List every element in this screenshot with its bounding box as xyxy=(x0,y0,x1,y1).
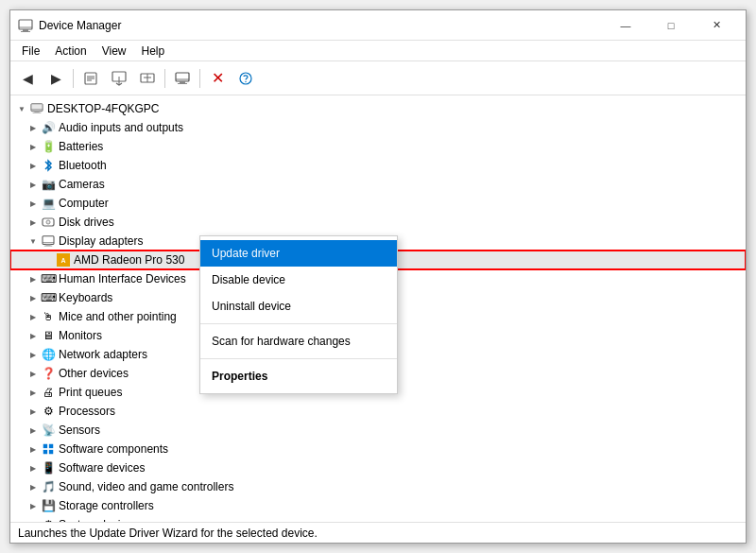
cameras-expand[interactable] xyxy=(26,177,41,192)
tree-item-audio[interactable]: 🔊 Audio inputs and outputs xyxy=(10,118,746,137)
computer-label: Computer xyxy=(59,197,109,210)
root-expand-icon[interactable] xyxy=(14,101,29,116)
back-button[interactable]: ◀ xyxy=(14,65,41,92)
sysdev-label: System devices xyxy=(59,518,138,522)
sysdev-expand[interactable] xyxy=(26,517,41,522)
tree-item-sensors[interactable]: 📡 Sensors xyxy=(10,421,746,440)
toolbar: ◀ ▶ xyxy=(10,61,746,95)
computer-expand[interactable] xyxy=(26,196,41,211)
ctx-update-driver[interactable]: Update driver xyxy=(200,240,397,267)
cameras-label: Cameras xyxy=(59,178,105,191)
amd-icon: A xyxy=(56,252,71,268)
update-driver-button[interactable] xyxy=(106,65,132,92)
sensors-label: Sensors xyxy=(59,423,100,437)
print-label: Print queues xyxy=(59,386,122,399)
ctx-uninstall-device[interactable]: Uninstall device xyxy=(200,293,397,320)
bluetooth-label: Bluetooth xyxy=(59,159,107,172)
disk-label: Disk drives xyxy=(59,216,114,229)
menu-action[interactable]: Action xyxy=(47,43,94,60)
swdev-expand[interactable] xyxy=(26,460,41,475)
svg-rect-22 xyxy=(33,112,42,113)
print-expand[interactable] xyxy=(26,385,41,400)
svg-rect-33 xyxy=(49,450,53,454)
disk-icon xyxy=(41,215,56,230)
status-text: Launches the Update Driver Wizard for th… xyxy=(18,527,318,540)
window-title: Device Manager xyxy=(39,19,604,32)
sound-label: Sound, video and game controllers xyxy=(59,480,233,493)
root-label: DESKTOP-4FQKGPC xyxy=(47,102,159,115)
disk-expand[interactable] xyxy=(26,215,41,230)
tree-item-cameras[interactable]: 📷 Cameras xyxy=(10,175,746,194)
toolbar-separator-1 xyxy=(73,69,74,88)
bluetooth-expand[interactable] xyxy=(26,158,41,173)
properties-button[interactable] xyxy=(77,65,104,92)
scan-button[interactable] xyxy=(134,65,161,92)
tree-item-computer[interactable]: 💻 Computer xyxy=(10,194,746,213)
tree-item-batteries[interactable]: 🔋 Batteries xyxy=(10,137,746,156)
menu-view[interactable]: View xyxy=(94,43,134,60)
svg-rect-29 xyxy=(44,246,53,247)
print-icon: 🖨 xyxy=(41,385,56,400)
svg-rect-1 xyxy=(23,29,28,31)
network-label: Network adapters xyxy=(59,348,147,361)
sound-expand[interactable] xyxy=(26,479,41,494)
keyboards-icon: ⌨ xyxy=(41,290,56,305)
svg-rect-30 xyxy=(43,444,47,448)
keyboards-expand[interactable] xyxy=(26,290,41,305)
close-button[interactable]: ✕ xyxy=(695,10,738,41)
network-icon: 🌐 xyxy=(41,347,56,362)
menu-file[interactable]: File xyxy=(14,43,47,60)
mice-icon: 🖱 xyxy=(41,309,56,324)
svg-point-25 xyxy=(48,222,49,223)
processors-label: Processors xyxy=(59,405,115,418)
computer-icon xyxy=(29,101,44,116)
audio-expand[interactable] xyxy=(26,120,41,135)
network-expand[interactable] xyxy=(26,347,41,362)
remove-button[interactable]: ✕ xyxy=(204,65,231,92)
mice-expand[interactable] xyxy=(26,309,41,324)
svg-rect-15 xyxy=(180,81,185,83)
svg-rect-13 xyxy=(176,73,189,81)
display-expand[interactable] xyxy=(26,233,41,249)
tree-item-disk[interactable]: Disk drives xyxy=(10,213,746,232)
other-expand[interactable] xyxy=(26,366,41,381)
sensors-icon: 📡 xyxy=(41,423,56,438)
tree-item-swcomp[interactable]: Software components xyxy=(10,440,746,458)
toolbar-separator-3 xyxy=(199,69,200,88)
tree-root[interactable]: DESKTOP-4FQKGPC xyxy=(10,99,746,118)
title-bar: Device Manager — □ ✕ xyxy=(10,10,746,41)
computer-tree-icon: 💻 xyxy=(41,196,56,211)
swcomp-icon xyxy=(41,441,56,457)
forward-button[interactable]: ▶ xyxy=(43,65,69,92)
keyboards-label: Keyboards xyxy=(59,291,112,304)
menu-help[interactable]: Help xyxy=(134,43,173,60)
minimize-button[interactable]: — xyxy=(604,10,647,41)
tree-item-bluetooth[interactable]: Bluetooth xyxy=(10,156,746,175)
swcomp-expand[interactable] xyxy=(26,441,41,457)
svg-rect-2 xyxy=(21,31,30,32)
ctx-disable-device[interactable]: Disable device xyxy=(200,267,397,293)
batteries-expand[interactable] xyxy=(26,139,41,154)
ctx-separator-2 xyxy=(200,358,397,359)
monitors-expand[interactable] xyxy=(26,328,41,343)
bluetooth-icon xyxy=(41,158,56,173)
ctx-properties[interactable]: Properties xyxy=(200,363,397,389)
hid-expand[interactable] xyxy=(26,271,41,286)
ctx-scan-hardware[interactable]: Scan for hardware changes xyxy=(200,328,397,354)
tree-item-sysdev[interactable]: ⚙ System devices xyxy=(10,515,746,522)
storage-expand[interactable] xyxy=(26,498,41,513)
tree-item-storage[interactable]: 💾 Storage controllers xyxy=(10,496,746,515)
sensors-expand[interactable] xyxy=(26,423,41,438)
processors-expand[interactable] xyxy=(26,404,41,419)
context-menu: Update driver Disable device Uninstall d… xyxy=(199,235,398,394)
tree-item-processors[interactable]: ⚙ Processors xyxy=(10,402,746,421)
svg-rect-19 xyxy=(31,104,43,112)
tree-item-swdev[interactable]: 📱 Software devices xyxy=(10,458,746,477)
svg-rect-31 xyxy=(49,444,53,448)
tree-item-sound[interactable]: 🎵 Sound, video and game controllers xyxy=(10,477,746,496)
help-button[interactable] xyxy=(232,65,259,92)
device-manager-window: Device Manager — □ ✕ File Action View He… xyxy=(9,9,747,544)
display-label: Display adapters xyxy=(59,234,143,248)
computer-button[interactable] xyxy=(169,65,196,92)
maximize-button[interactable]: □ xyxy=(649,10,693,41)
